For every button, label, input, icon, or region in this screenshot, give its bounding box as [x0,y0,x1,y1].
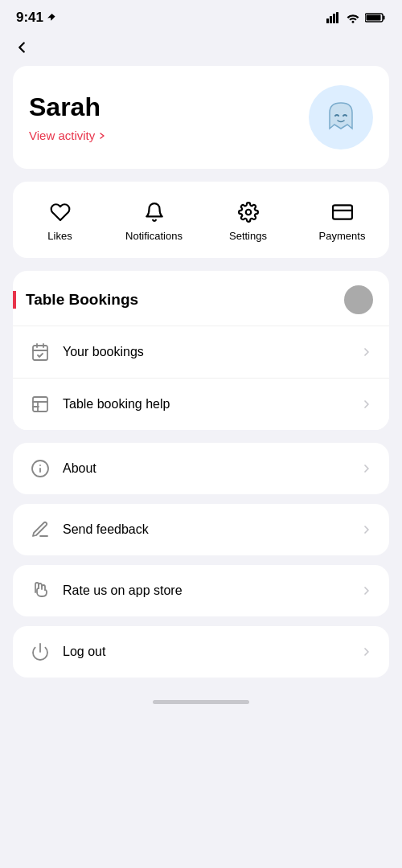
svg-rect-5 [384,16,385,20]
svg-rect-2 [333,14,335,23]
rate-item[interactable]: Rate us on app store [13,565,389,616]
home-indicator [0,687,402,710]
svg-point-7 [245,210,251,215]
battery-icon [365,12,386,23]
chevron-right-icon [360,398,373,411]
profile-info: Sarah View activity [29,92,106,142]
about-label: About [63,461,349,476]
hand-icon [29,579,51,602]
chevron-right-icon [360,462,373,475]
wifi-icon [346,12,360,23]
logout-label: Log out [63,645,349,659]
power-icon [29,641,51,663]
logout-item[interactable]: Log out [13,626,389,678]
status-icons [326,12,386,23]
svg-rect-8 [333,205,352,219]
location-arrow-icon [47,13,57,23]
your-bookings-label: Your bookings [63,345,349,359]
table-bookings-section: Table Bookings Your bookings [13,271,389,430]
svg-rect-6 [367,15,381,21]
avatar [309,85,373,149]
profile-name: Sarah [29,92,106,122]
notifications-action[interactable]: Notifications [107,188,201,252]
about-card: About [13,443,389,494]
chevron-right-icon [360,584,373,597]
svg-rect-1 [330,16,332,23]
time-text: 9:41 [16,10,43,26]
chevron-right-icon [360,523,373,536]
edit-icon [29,518,51,541]
chevron-right-icon [360,645,373,658]
feedback-item[interactable]: Send feedback [13,504,389,555]
feedback-card: Send feedback [13,504,389,555]
calendar-icon [29,341,51,363]
svg-rect-3 [336,12,338,23]
back-button[interactable] [0,32,402,63]
your-bookings-item[interactable]: Your bookings [13,326,389,378]
gear-icon [237,201,260,223]
chevron-right-icon [360,346,373,358]
bell-icon [143,201,166,223]
home-bar [153,700,249,704]
status-time: 9:41 [16,10,57,26]
feedback-label: Send feedback [63,522,349,537]
logout-card: Log out [13,626,389,678]
profile-card: Sarah View activity [13,66,389,169]
rate-card: Rate us on app store [13,565,389,616]
payments-label: Payments [319,230,366,242]
mascot-icon [318,95,363,140]
notifications-label: Notifications [125,230,183,242]
likes-action[interactable]: Likes [13,188,107,252]
view-activity-link[interactable]: View activity [29,129,106,142]
section-title: Table Bookings [16,291,138,309]
svg-rect-10 [33,346,47,360]
back-chevron-icon [13,39,31,56]
booking-help-item[interactable]: Table booking help [13,378,389,430]
status-bar: 9:41 [0,0,402,32]
about-item[interactable]: About [13,443,389,494]
section-header: Table Bookings [13,291,344,309]
rate-label: Rate us on app store [63,583,349,598]
likes-label: Likes [47,230,72,242]
settings-label: Settings [229,230,267,242]
payments-action[interactable]: Payments [295,188,389,252]
quick-actions: Likes Notifications Settings Paymen [13,182,389,258]
signal-icon [326,12,341,23]
settings-action[interactable]: Settings [201,188,295,252]
info-icon [29,457,51,480]
booking-help-label: Table booking help [63,397,349,411]
svg-rect-14 [33,397,47,411]
toggle-button[interactable] [344,285,373,314]
help-icon [29,393,51,416]
creditcard-icon [331,201,354,223]
heart-icon [49,201,72,223]
svg-rect-0 [326,18,329,23]
activity-arrow-icon [98,132,106,140]
